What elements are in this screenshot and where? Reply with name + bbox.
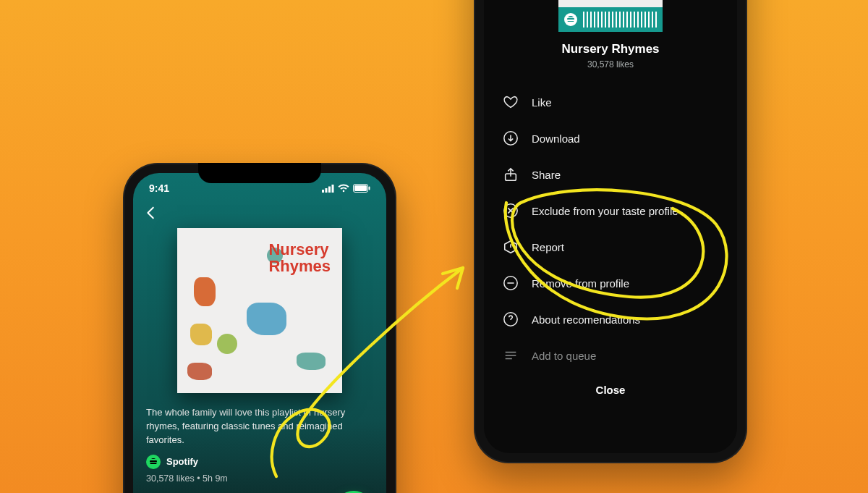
svg-rect-3	[332, 185, 334, 193]
status-time: 9:41	[149, 182, 169, 194]
playlist-meta: 30,578 likes • 5h 9m	[133, 469, 386, 484]
phone-playlist: 9:41 Nursery Rhymes The whole family wil…	[123, 163, 396, 493]
cellular-icon	[322, 185, 334, 193]
queue-icon	[503, 347, 519, 363]
byline-text: Spotify	[166, 456, 198, 467]
svg-rect-6	[369, 187, 370, 190]
cover-title-line1: Nursery	[268, 241, 331, 258]
close-button[interactable]: Close	[484, 374, 737, 409]
spotify-logo-icon	[146, 455, 161, 469]
svg-rect-0	[322, 190, 324, 193]
phone-notch	[198, 163, 321, 183]
phone-options: Nursery Rhymes Nursery Rhymes 30,578 lik…	[474, 0, 747, 463]
spotify-code[interactable]	[558, 7, 663, 32]
back-icon[interactable]	[143, 205, 159, 221]
menu-label: Share	[532, 169, 561, 181]
menu-report[interactable]: Report	[484, 229, 737, 265]
menu-label: Remove from profile	[532, 277, 629, 290]
svg-rect-5	[354, 185, 367, 191]
sheet-title: Nursery Rhymes	[561, 42, 659, 56]
cover-title-line2: Rhymes	[268, 258, 331, 274]
menu-download[interactable]: Download	[484, 120, 737, 156]
options-menu: Like Download Share Exclude from your ta…	[484, 69, 737, 374]
playlist-description: The whole family will love this playlist…	[133, 393, 386, 447]
wifi-icon	[338, 184, 349, 193]
menu-label: About recomendations	[532, 313, 640, 326]
sheet-cover: Nursery Rhymes	[558, 0, 663, 7]
report-icon	[503, 239, 519, 255]
menu-label: Report	[532, 241, 564, 253]
menu-queue[interactable]: Add to queue	[484, 337, 737, 374]
menu-like[interactable]: Like	[484, 84, 737, 120]
remove-icon	[503, 275, 519, 291]
help-icon	[503, 311, 519, 327]
share-icon	[503, 167, 519, 182]
menu-label: Exclude from your taste profile	[532, 205, 678, 217]
svg-rect-1	[326, 188, 328, 193]
playlist-byline[interactable]: Spotify	[133, 447, 386, 469]
spotify-logo-icon	[564, 13, 577, 26]
menu-share[interactable]: Share	[484, 156, 737, 193]
menu-label: Like	[532, 96, 552, 109]
menu-about[interactable]: About recomendations	[484, 301, 737, 337]
exclude-icon	[503, 203, 519, 219]
sheet-subtitle: 30,578 likes	[587, 59, 634, 69]
svg-rect-2	[328, 186, 331, 193]
menu-remove[interactable]: Remove from profile	[484, 265, 737, 301]
download-icon	[503, 130, 519, 146]
menu-label: Download	[532, 132, 580, 145]
play-button[interactable]	[334, 491, 373, 493]
status-indicators	[322, 184, 370, 193]
heart-icon	[503, 94, 519, 110]
code-bars	[583, 12, 657, 28]
menu-exclude[interactable]: Exclude from your taste profile	[484, 193, 737, 229]
menu-label: Add to queue	[532, 350, 596, 362]
playlist-cover[interactable]: Nursery Rhymes	[177, 228, 342, 393]
battery-icon	[353, 184, 370, 193]
